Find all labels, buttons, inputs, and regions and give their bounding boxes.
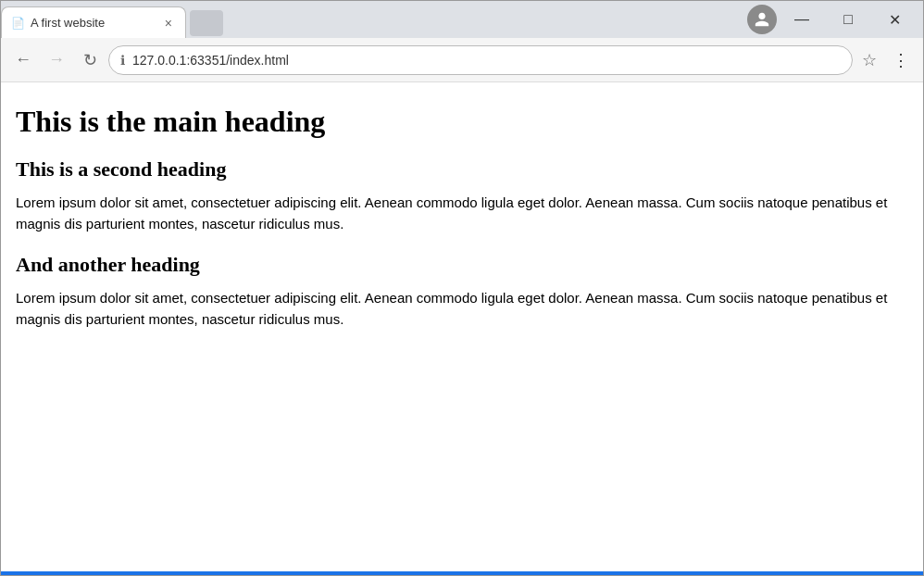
tab-area: 📄 A first website ×: [1, 1, 740, 38]
back-button[interactable]: ←: [8, 45, 38, 75]
forward-button[interactable]: →: [42, 45, 71, 75]
profile-button[interactable]: [747, 5, 777, 34]
active-tab[interactable]: 📄 A first website ×: [1, 6, 186, 38]
second-heading: This is a second heading: [16, 157, 908, 182]
profile-icon: [754, 11, 770, 28]
lock-icon: ℹ: [120, 53, 125, 68]
close-button[interactable]: ✕: [873, 5, 916, 34]
third-heading: And another heading: [16, 253, 908, 277]
window-controls: — □ ✕: [740, 1, 923, 38]
minimize-button[interactable]: —: [780, 5, 823, 34]
maximize-button[interactable]: □: [827, 5, 869, 34]
first-paragraph: Lorem ipsum dolor sit amet, consectetuer…: [16, 193, 908, 234]
bookmark-button[interactable]: ☆: [856, 47, 882, 73]
tab-title-label: A first website: [31, 16, 156, 30]
menu-button[interactable]: ⋮: [886, 45, 916, 75]
url-text: 127.0.0.1:63351/index.html: [132, 53, 841, 68]
address-bar[interactable]: ℹ 127.0.0.1:63351/index.html: [108, 45, 853, 75]
browser-window: 📄 A first website × — □ ✕ ← → ↻ ℹ 127.0.…: [0, 0, 924, 576]
new-tab-area: [190, 10, 223, 36]
main-heading: This is the main heading: [16, 105, 908, 139]
reload-button[interactable]: ↻: [75, 45, 105, 75]
tab-close-button[interactable]: ×: [161, 14, 176, 32]
nav-bar: ← → ↻ ℹ 127.0.0.1:63351/index.html ☆ ⋮: [1, 38, 923, 82]
tab-page-icon: 📄: [11, 17, 25, 30]
page-content: This is the main heading This is a secon…: [1, 82, 923, 571]
second-paragraph: Lorem ipsum dolor sit amet, consectetuer…: [16, 288, 908, 330]
title-bar: 📄 A first website × — □ ✕: [1, 1, 923, 38]
